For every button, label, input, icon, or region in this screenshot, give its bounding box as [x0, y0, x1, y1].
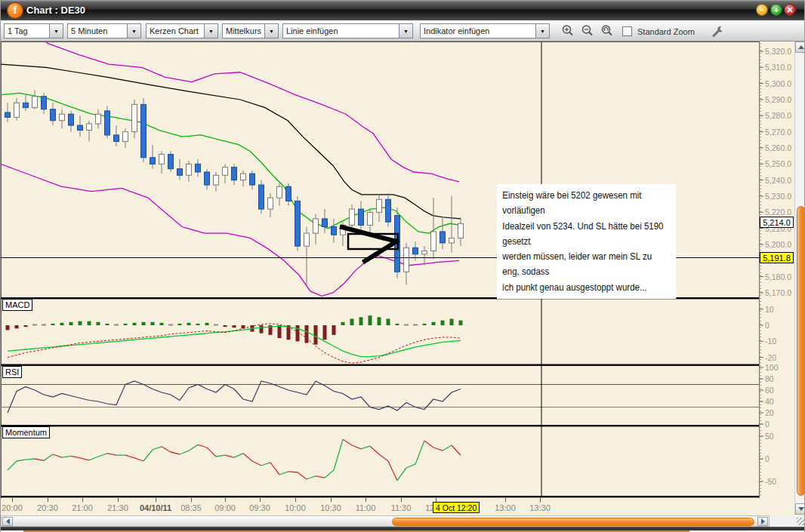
vertical-scroll-thumb[interactable] — [797, 206, 805, 496]
x-axis-label: 09:00 — [214, 503, 236, 512]
candle-body-down — [205, 172, 210, 185]
scroll-left-button[interactable] — [2, 517, 13, 526]
candle — [105, 106, 110, 139]
macd-bar-positive — [423, 324, 427, 325]
insert-indicator-combobox[interactable]: Indikator einfügen ▼ — [420, 23, 550, 38]
zoom-reset-icon[interactable] — [600, 24, 614, 38]
pricetype-combobox[interactable]: Mittelkurs ▼ — [222, 23, 279, 38]
wrench-icon[interactable] — [711, 24, 724, 38]
insert-line-combobox[interactable]: Linie einfügen ▼ — [282, 23, 413, 38]
x-axis-label: 11:30 — [391, 503, 412, 512]
close-button[interactable]: ✕ — [784, 4, 796, 16]
y-axis-label: 20 — [765, 408, 774, 417]
y-axis-label: 100 — [765, 363, 779, 372]
y-axis-label: -20 — [765, 353, 776, 362]
candle-body-down — [413, 248, 418, 254]
standard-zoom-label: Standard Zoom — [637, 27, 695, 36]
x-axis-tick — [12, 498, 13, 502]
macd-bar-positive — [187, 323, 191, 325]
trade-note-line: Idealzeil von 5234. Und SL hätte bei 519… — [502, 219, 671, 250]
macd-bar-positive — [396, 324, 399, 325]
candle-body-down — [196, 164, 201, 172]
charttype-value: Kerzen Chart — [147, 26, 204, 35]
macd-bar-positive — [69, 322, 73, 325]
candle-body-down — [51, 109, 56, 121]
period-combobox[interactable]: 1 Tag ▼ — [4, 23, 63, 38]
left-arrow-icon — [6, 518, 10, 524]
x-axis-tick — [331, 498, 332, 502]
candle-body-up — [449, 238, 455, 242]
candle-body-down — [322, 219, 328, 227]
pricetype-value: Mittelkurs — [223, 26, 264, 35]
candle-body-up — [14, 103, 20, 117]
panel-separator — [1, 425, 759, 426]
candle-body-up — [350, 209, 355, 225]
candle-body-down — [105, 111, 110, 135]
chevron-down-icon[interactable]: ▼ — [264, 24, 278, 38]
minimize-button[interactable]: − — [756, 4, 768, 16]
candle-body-up — [132, 104, 137, 131]
candle-body-down — [23, 103, 29, 107]
horizontal-scrollbar[interactable] — [1, 515, 770, 527]
macd-bar-negative — [296, 325, 300, 341]
scroll-up-button[interactable] — [795, 42, 805, 53]
candle-body-up — [368, 212, 373, 225]
x-axis: 4 Oct 12:20 20:0020:3021:0021:3004/10/11… — [1, 498, 759, 515]
macd-bar-positive — [124, 324, 128, 325]
vertical-scrollbar[interactable] — [794, 42, 805, 515]
chevron-down-icon[interactable]: ▼ — [127, 24, 140, 38]
grip-icon — [797, 518, 804, 525]
interval-combobox[interactable]: 5 Minuten ▼ — [67, 23, 141, 38]
candle-body-up — [187, 164, 192, 175]
macd-bar-negative — [224, 325, 227, 327]
stop-loss-badge: 5,191.8 — [760, 252, 794, 263]
candle-body-down — [42, 97, 47, 109]
macd-bar-positive — [350, 318, 354, 325]
charttype-combobox[interactable]: Kerzen Chart ▼ — [146, 23, 218, 38]
up-arrow-icon — [798, 45, 804, 49]
scroll-down-button[interactable] — [795, 503, 805, 515]
x-axis-label: 09:30 — [249, 503, 270, 512]
y-axis-label: 5,310.0 — [765, 63, 791, 72]
chevron-down-icon[interactable]: ▼ — [204, 24, 217, 38]
scroll-right-button[interactable] — [757, 517, 768, 526]
macd-bar-negative — [15, 325, 19, 328]
x-axis-label: 20:30 — [37, 503, 58, 512]
y-axis-label: 5,290.0 — [765, 95, 791, 104]
chart-window: f Chart : DE30 − + ✕ 1 Tag ▼ 5 Minuten ▼… — [0, 0, 805, 532]
standard-zoom-checkbox[interactable] — [622, 26, 632, 36]
zoom-in-icon[interactable] — [561, 24, 575, 38]
y-axis-label: 40 — [765, 397, 774, 406]
resize-grip[interactable] — [770, 515, 805, 527]
macd-bar-zero — [214, 324, 218, 326]
x-axis-label: 11:00 — [356, 503, 376, 512]
maximize-button[interactable]: + — [770, 4, 782, 16]
y-axis-label: 0 — [765, 454, 770, 463]
y-axis-label: 0 — [765, 420, 770, 429]
right-arrow-icon — [761, 518, 765, 524]
candle-body-down — [78, 125, 83, 130]
chevron-down-icon[interactable]: ▼ — [535, 24, 549, 38]
macd-bar-positive — [359, 317, 363, 325]
macd-bar-negative — [233, 325, 236, 328]
macd-bar-positive — [441, 321, 445, 325]
macd-bar-positive — [142, 322, 146, 325]
zoom-out-icon[interactable] — [581, 24, 594, 38]
candle-body-down — [332, 227, 337, 235]
macd-bar-positive — [88, 321, 91, 325]
x-axis-tick — [295, 498, 296, 502]
macd-bar-zero — [168, 324, 173, 326]
x-axis-label: 08:35 — [180, 503, 202, 512]
x-axis-label: 21:30 — [107, 503, 128, 512]
candle-body-down — [250, 174, 255, 185]
candle-body-down — [150, 158, 156, 165]
horizontal-scroll-thumb[interactable] — [392, 518, 754, 526]
chevron-down-icon[interactable]: ▼ — [399, 24, 412, 38]
y-axis-label: 5,250.0 — [765, 159, 791, 168]
candle-body-up — [422, 251, 427, 254]
y-axis-label: 5,260.0 — [765, 143, 791, 152]
x-axis-tick — [118, 498, 119, 502]
chevron-down-icon[interactable]: ▼ — [49, 24, 63, 38]
down-arrow-icon — [798, 507, 804, 511]
candle-body-down — [168, 155, 174, 169]
